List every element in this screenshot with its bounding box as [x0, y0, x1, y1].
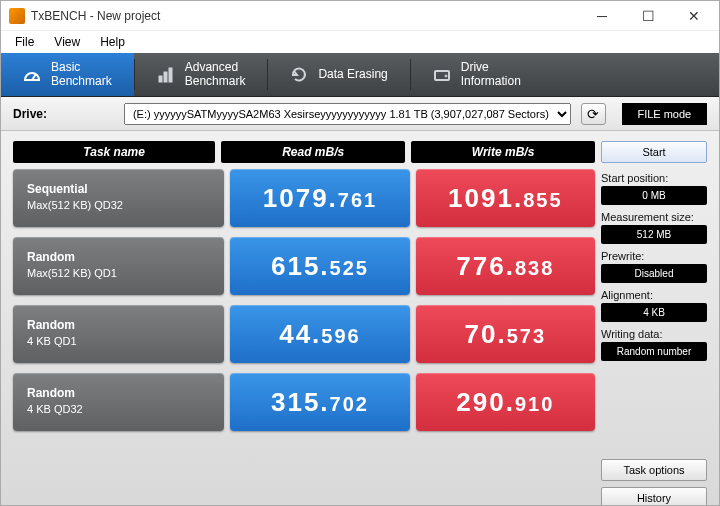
- task-name: Random4 KB QD32: [13, 373, 224, 431]
- minimize-button[interactable]: ─: [579, 1, 625, 31]
- refresh-icon: ⟳: [587, 106, 599, 122]
- write-value: 776.838: [416, 237, 595, 295]
- measurement-size-label: Measurement size:: [601, 211, 707, 223]
- start-button[interactable]: Start: [601, 141, 707, 163]
- tab-label: Drive Information: [461, 61, 521, 89]
- svg-rect-3: [169, 68, 172, 82]
- tab-label: Data Erasing: [318, 68, 387, 82]
- menu-view[interactable]: View: [44, 33, 90, 51]
- svg-rect-1: [159, 76, 162, 82]
- read-value: 44.596: [230, 305, 409, 363]
- drive-icon: [433, 66, 451, 84]
- alignment-value: 4 KB: [601, 303, 707, 322]
- tab-drive-information[interactable]: Drive Information: [411, 53, 543, 96]
- read-value: 315.702: [230, 373, 409, 431]
- measurement-size-value: 512 MB: [601, 225, 707, 244]
- col-write: Write mB/s: [411, 141, 595, 163]
- tabs: Basic Benchmark Advanced Benchmark Data …: [1, 53, 719, 97]
- tab-label: Advanced Benchmark: [185, 61, 246, 89]
- bars-icon: [157, 66, 175, 84]
- app-icon: [9, 8, 25, 24]
- write-value: 1091.855: [416, 169, 595, 227]
- col-task: Task name: [13, 141, 215, 163]
- menu-file[interactable]: File: [5, 33, 44, 51]
- menubar: File View Help: [1, 31, 719, 53]
- drive-select[interactable]: (E:) yyyyyySATMyyyySA2M63 Xesirseyyyyyyy…: [124, 103, 571, 125]
- prewrite-label: Prewrite:: [601, 250, 707, 262]
- titlebar: TxBENCH - New project ─ ☐ ✕: [1, 1, 719, 31]
- write-value: 70.573: [416, 305, 595, 363]
- results-panel: Task name Read mB/s Write mB/s Sequentia…: [1, 131, 601, 506]
- writing-data-value: Random number: [601, 342, 707, 361]
- alignment-label: Alignment:: [601, 289, 707, 301]
- task-name: SequentialMax(512 KB) QD32: [13, 169, 224, 227]
- tab-label: Basic Benchmark: [51, 61, 112, 89]
- task-name: Random4 KB QD1: [13, 305, 224, 363]
- history-button[interactable]: History: [601, 487, 707, 506]
- side-panel: Start Start position: 0 MB Measurement s…: [601, 131, 719, 506]
- write-value: 290.910: [416, 373, 595, 431]
- task-options-button[interactable]: Task options: [601, 459, 707, 481]
- svg-point-5: [445, 75, 447, 77]
- drive-label: Drive:: [13, 107, 47, 121]
- tab-basic-benchmark[interactable]: Basic Benchmark: [1, 53, 134, 96]
- file-mode-button[interactable]: FILE mode: [622, 103, 707, 125]
- read-value: 1079.761: [230, 169, 409, 227]
- start-position-label: Start position:: [601, 172, 707, 184]
- close-button[interactable]: ✕: [671, 1, 717, 31]
- drive-row: Drive: (E:) yyyyyySATMyyyySA2M63 Xesirse…: [1, 97, 719, 131]
- writing-data-label: Writing data:: [601, 328, 707, 340]
- tab-data-erasing[interactable]: Data Erasing: [268, 53, 409, 96]
- prewrite-value: Disabled: [601, 264, 707, 283]
- maximize-button[interactable]: ☐: [625, 1, 671, 31]
- tab-advanced-benchmark[interactable]: Advanced Benchmark: [135, 53, 268, 96]
- start-position-value: 0 MB: [601, 186, 707, 205]
- col-read: Read mB/s: [221, 141, 405, 163]
- window-title: TxBENCH - New project: [31, 9, 579, 23]
- task-name: RandomMax(512 KB) QD1: [13, 237, 224, 295]
- refresh-button[interactable]: ⟳: [581, 103, 606, 125]
- erase-icon: [290, 66, 308, 84]
- gauge-icon: [23, 66, 41, 84]
- svg-rect-2: [164, 72, 167, 82]
- read-value: 615.525: [230, 237, 409, 295]
- menu-help[interactable]: Help: [90, 33, 135, 51]
